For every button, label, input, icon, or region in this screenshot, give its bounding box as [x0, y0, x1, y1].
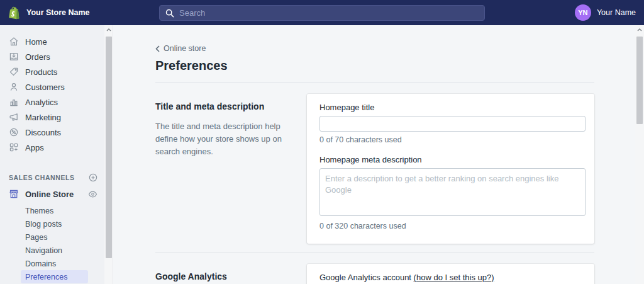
- page-scrollbar-thumb[interactable]: [636, 37, 643, 124]
- section-heading: Google Analytics: [155, 271, 289, 281]
- user-menu[interactable]: YN Your Name: [575, 0, 636, 25]
- homepage-title-input[interactable]: [319, 116, 586, 132]
- section-title-meta: Title and meta description The title and…: [155, 83, 594, 253]
- search-icon: [165, 9, 174, 18]
- discounts-icon: [9, 127, 19, 137]
- breadcrumb[interactable]: Online store: [155, 44, 206, 53]
- sidebar-item-discounts[interactable]: Discounts: [0, 125, 104, 140]
- subnav-item-themes[interactable]: Themes: [21, 204, 88, 217]
- google-analytics-card: Google Analytics account (how do I set t…: [307, 264, 594, 284]
- search-bar[interactable]: [159, 5, 485, 21]
- orders-icon: [9, 52, 19, 62]
- sidebar-item-label: Orders: [25, 52, 50, 62]
- analytics-icon: [9, 97, 19, 107]
- main-content: Online store Preferences Title and meta …: [113, 25, 635, 284]
- section-heading: Title and meta description: [155, 101, 289, 111]
- sidebar-scrollbar[interactable]: [104, 25, 113, 284]
- scroll-up-icon[interactable]: [104, 25, 113, 35]
- chevron-left-icon: [155, 45, 160, 52]
- sidebar-scrollbar-thumb[interactable]: [106, 37, 112, 258]
- apps-icon: [9, 142, 19, 152]
- homepage-meta-textarea[interactable]: [319, 168, 586, 216]
- sidebar-item-analytics[interactable]: Analytics: [0, 94, 104, 110]
- user-name: Your Name: [597, 8, 636, 17]
- add-sales-channel-button[interactable]: [89, 173, 97, 182]
- ga-help-link[interactable]: (how do I set this up?): [414, 273, 494, 282]
- customers-icon: [9, 82, 19, 92]
- online-store-subnav: Themes Blog posts Pages Navigation Domai…: [0, 204, 104, 283]
- sidebar-item-marketing[interactable]: Marketing: [0, 110, 104, 125]
- subnav-item-domains[interactable]: Domains: [21, 257, 88, 270]
- ga-account-label: Google Analytics account: [319, 273, 411, 282]
- page-title: Preferences: [155, 59, 594, 73]
- shopify-logo-icon: [8, 6, 20, 20]
- sidebar: Home Orders Products Customers: [0, 25, 104, 284]
- sidebar-item-label: Marketing: [25, 113, 61, 122]
- store-name: Your Store Name: [26, 8, 90, 17]
- sidebar-item-label: Customers: [25, 82, 65, 92]
- topbar: Your Store Name YN Your Name: [0, 0, 644, 25]
- sidebar-item-label: Home: [25, 37, 47, 47]
- sidebar-item-customers[interactable]: Customers: [0, 79, 104, 94]
- page-scrollbar[interactable]: [635, 25, 644, 284]
- view-online-store-icon[interactable]: [88, 190, 97, 199]
- scroll-up-icon[interactable]: [635, 25, 644, 35]
- sidebar-item-label: Discounts: [25, 128, 61, 137]
- section-google-analytics: Google Analytics Google Analytics enable…: [155, 253, 594, 284]
- subnav-item-navigation[interactable]: Navigation: [21, 244, 88, 257]
- marketing-icon: [9, 112, 19, 122]
- online-store-icon: [9, 189, 19, 199]
- sidebar-item-label: Products: [25, 67, 57, 77]
- avatar[interactable]: YN: [575, 4, 591, 21]
- sidebar-item-label: Analytics: [25, 98, 58, 107]
- home-icon: [9, 37, 19, 47]
- homepage-meta-counter: 0 of 320 characters used: [319, 222, 586, 230]
- sales-channels-header: SALES CHANNELS: [0, 171, 104, 184]
- sidebar-item-label: Apps: [25, 143, 44, 152]
- brand[interactable]: Your Store Name: [8, 0, 90, 25]
- title-meta-card: Homepage title 0 of 70 characters used H…: [307, 94, 594, 244]
- search-input[interactable]: [179, 8, 479, 18]
- sidebar-item-online-store[interactable]: Online Store: [0, 186, 104, 202]
- subnav-item-blog-posts[interactable]: Blog posts: [21, 217, 88, 230]
- homepage-title-counter: 0 of 70 characters used: [319, 135, 586, 144]
- subnav-item-preferences[interactable]: Preferences: [21, 270, 88, 283]
- products-icon: [9, 67, 19, 77]
- sidebar-item-apps[interactable]: Apps: [0, 140, 104, 155]
- sidebar-item-label: Online Store: [25, 190, 74, 199]
- sales-channels-label: SALES CHANNELS: [9, 174, 75, 181]
- breadcrumb-label: Online store: [164, 44, 206, 53]
- section-description: The title and meta description help defi…: [155, 120, 289, 158]
- sidebar-item-orders[interactable]: Orders: [0, 49, 104, 64]
- homepage-meta-label: Homepage meta description: [319, 155, 586, 164]
- homepage-title-label: Homepage title: [319, 103, 586, 112]
- subnav-item-pages[interactable]: Pages: [21, 230, 88, 244]
- sidebar-item-products[interactable]: Products: [0, 64, 104, 79]
- sidebar-item-home[interactable]: Home: [0, 34, 104, 49]
